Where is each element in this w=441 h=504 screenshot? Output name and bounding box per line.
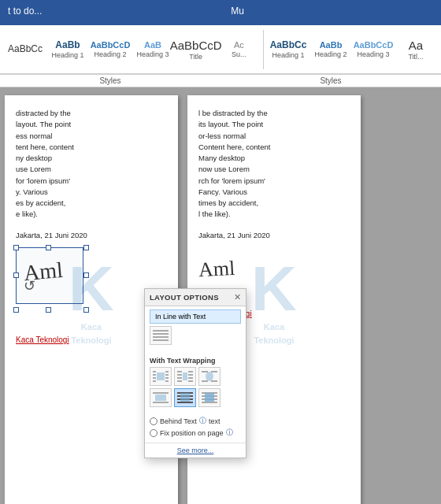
style-h3-left-label: Heading 3 bbox=[136, 50, 169, 58]
wrapping-icons-row2 bbox=[150, 388, 241, 407]
style-title-left-label: Title bbox=[189, 53, 202, 61]
layout-icon-tight[interactable] bbox=[174, 367, 196, 386]
svg-rect-4 bbox=[157, 372, 165, 380]
svg-rect-18 bbox=[188, 377, 193, 379]
layout-options-popup: LAYOUT OPTIONS ✕ In Line with Text With … bbox=[144, 288, 246, 458]
title-left: t to do... bbox=[8, 6, 42, 17]
styles-row: AaBbCc AaBb Heading 1 AaBbCcD Heading 2 … bbox=[0, 25, 441, 74]
style-title-right-label: Titl... bbox=[408, 53, 423, 61]
styles-label-left: Styles bbox=[0, 74, 220, 87]
behind-text-info-icon[interactable]: ⓘ bbox=[199, 416, 206, 426]
svg-rect-6 bbox=[165, 371, 169, 372]
top-bottom-svg bbox=[152, 391, 169, 405]
layout-icon-inline[interactable] bbox=[150, 326, 172, 345]
svg-rect-25 bbox=[211, 380, 217, 382]
svg-rect-28 bbox=[153, 402, 169, 403]
popup-header: LAYOUT OPTIONS ✕ bbox=[145, 289, 246, 306]
svg-rect-19 bbox=[177, 380, 182, 382]
style-normal[interactable]: AaBbCc bbox=[5, 42, 46, 57]
popup-title: LAYOUT OPTIONS bbox=[150, 293, 219, 302]
page-right-date: Jakarta, 21 Juni 2020 bbox=[198, 230, 350, 241]
style-h1-left-preview: AaBb bbox=[55, 39, 80, 50]
svg-rect-0 bbox=[153, 330, 169, 332]
fix-position-radio[interactable] bbox=[150, 429, 158, 437]
svg-rect-8 bbox=[165, 374, 169, 376]
styles-label-row: Styles Styles bbox=[0, 74, 441, 87]
layout-icon-square[interactable] bbox=[150, 367, 172, 386]
handle-tm[interactable] bbox=[46, 245, 51, 250]
svg-rect-26 bbox=[155, 395, 166, 401]
style-h1-right-preview: AaBbCc bbox=[270, 39, 307, 50]
handle-bm[interactable] bbox=[46, 307, 51, 313]
style-subtitle-left[interactable]: Ac Su... bbox=[218, 39, 259, 60]
behind-text-svg bbox=[176, 391, 194, 405]
handle-bl[interactable] bbox=[13, 307, 19, 313]
styles-label-right: Styles bbox=[220, 74, 441, 87]
signature-image-container[interactable]: ↺ Aml bbox=[16, 247, 87, 310]
signature-squiggle: Aml bbox=[22, 254, 64, 290]
through-wrap-svg bbox=[201, 369, 218, 384]
style-title-right[interactable]: Aa Titl... bbox=[395, 37, 436, 62]
inline-with-text-button[interactable]: In Line with Text bbox=[150, 309, 241, 324]
style-heading3-left[interactable]: AaB Heading 3 bbox=[132, 39, 173, 60]
handle-tr[interactable] bbox=[83, 245, 89, 250]
handle-br[interactable] bbox=[83, 307, 89, 313]
layout-icon-infront[interactable] bbox=[198, 388, 220, 407]
popup-inline-section: In Line with Text bbox=[145, 306, 246, 350]
tight-wrap-svg bbox=[176, 369, 194, 384]
ribbon-divider bbox=[263, 30, 264, 69]
style-h3-right-label: Heading 3 bbox=[357, 50, 389, 58]
svg-point-21 bbox=[206, 372, 213, 381]
style-heading3-right[interactable]: AaBbCcD Heading 3 bbox=[353, 39, 394, 60]
handle-tl[interactable] bbox=[13, 245, 19, 250]
style-heading1-left[interactable]: AaBb Heading 1 bbox=[47, 38, 88, 61]
style-normal-preview: AaBbCc bbox=[8, 43, 43, 54]
style-subtitle-left-preview: Ac bbox=[234, 40, 244, 50]
page-right-content: l be distracted by the its layout. The p… bbox=[198, 108, 350, 220]
page-left-content: distracted by the layout. The point ess … bbox=[16, 108, 167, 220]
style-h3-right-preview: AaBbCcD bbox=[354, 40, 394, 50]
style-h2-right-label: Heading 2 bbox=[314, 50, 346, 58]
handle-ml[interactable] bbox=[13, 272, 19, 278]
style-h3-left-preview: AaB bbox=[144, 40, 161, 50]
style-heading1-right[interactable]: AaBbCc Heading 1 bbox=[268, 38, 309, 61]
style-heading2-right[interactable]: AaBb Heading 2 bbox=[310, 39, 351, 60]
layout-icon-behind[interactable] bbox=[174, 388, 196, 407]
behind-text-label: Behind Text bbox=[160, 417, 197, 425]
layout-icon-through[interactable] bbox=[198, 367, 220, 386]
style-h1-right-label: Heading 1 bbox=[272, 51, 304, 59]
style-heading2-left[interactable]: AaBbCcD Heading 2 bbox=[90, 39, 131, 60]
svg-rect-17 bbox=[177, 377, 182, 379]
svg-rect-20 bbox=[188, 380, 193, 382]
svg-rect-37 bbox=[202, 402, 217, 403]
signature-squiggle-right: Aml bbox=[198, 253, 235, 285]
inline-icons-row bbox=[150, 326, 241, 345]
behind-text-row: Behind Text ⓘ text bbox=[150, 416, 241, 426]
with-wrapping-label: With Text Wrapping bbox=[150, 357, 241, 365]
layout-icon-top-bottom[interactable] bbox=[150, 388, 172, 407]
svg-rect-38 bbox=[205, 393, 214, 402]
svg-rect-11 bbox=[153, 380, 156, 382]
behind-text-radio[interactable] bbox=[150, 417, 158, 425]
fix-position-info-icon[interactable]: ⓘ bbox=[226, 428, 233, 438]
style-h2-left-label: Heading 2 bbox=[94, 50, 126, 58]
style-title-left[interactable]: AaBbCcD Title bbox=[175, 37, 217, 62]
popup-close-button[interactable]: ✕ bbox=[234, 292, 241, 302]
style-subtitle-left-label: Su... bbox=[232, 50, 246, 58]
see-more-link[interactable]: See more... bbox=[145, 443, 246, 458]
inline-icon-svg bbox=[152, 328, 169, 343]
infront-text-svg bbox=[201, 391, 218, 405]
svg-rect-2 bbox=[153, 336, 169, 338]
popup-radio-section: Behind Text ⓘ text Fix position on page … bbox=[145, 413, 246, 443]
svg-rect-3 bbox=[153, 339, 169, 341]
style-h2-left-preview: AaBbCcD bbox=[91, 40, 131, 50]
style-h2-right-preview: AaBb bbox=[320, 40, 343, 50]
style-h1-left-label: Heading 1 bbox=[51, 51, 83, 59]
svg-rect-10 bbox=[165, 377, 169, 379]
svg-rect-27 bbox=[153, 392, 169, 394]
text-label: text bbox=[209, 417, 220, 425]
svg-rect-13 bbox=[177, 371, 182, 372]
svg-rect-5 bbox=[153, 371, 156, 372]
handle-mr[interactable] bbox=[83, 272, 89, 278]
svg-rect-16 bbox=[188, 374, 193, 376]
